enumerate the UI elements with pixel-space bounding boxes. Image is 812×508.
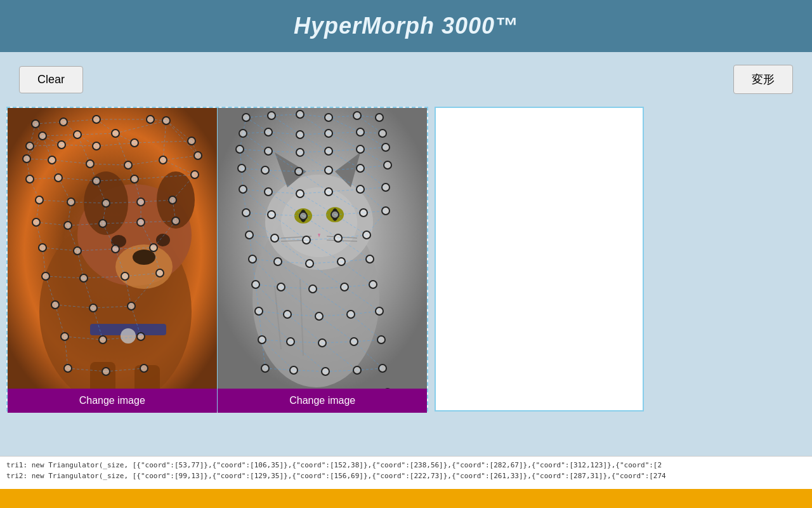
dog-cp-13[interactable] xyxy=(187,137,196,145)
cat-cp-50[interactable] xyxy=(340,283,349,291)
dog-cp-18[interactable] xyxy=(159,156,167,164)
cat-cp-13[interactable] xyxy=(235,145,244,154)
cat-cp-19[interactable] xyxy=(237,164,246,173)
cat-cp-38[interactable] xyxy=(270,234,279,243)
cat-cp-59[interactable] xyxy=(318,338,327,347)
cat-cp-65[interactable] xyxy=(353,366,362,375)
dog-cp-11[interactable] xyxy=(92,142,101,150)
cat-cp-45[interactable] xyxy=(337,257,346,266)
cat-cp-5[interactable] xyxy=(353,111,362,120)
dog-cp-4[interactable] xyxy=(146,115,155,124)
cat-cp-26[interactable] xyxy=(264,187,273,196)
cat-cp-40[interactable] xyxy=(334,234,343,243)
cat-cp-44[interactable] xyxy=(305,259,314,268)
cat-cp-31[interactable] xyxy=(242,208,251,217)
dog-cp-5[interactable] xyxy=(162,116,171,125)
dog-cp-1[interactable] xyxy=(31,119,40,128)
dog-cp-35[interactable] xyxy=(38,243,47,252)
cat-cp-39[interactable] xyxy=(302,236,311,244)
cat-cp-23[interactable] xyxy=(356,164,365,173)
cat-cp-47[interactable] xyxy=(251,280,260,289)
dog-cp-16[interactable] xyxy=(86,159,95,168)
dog-cp-49[interactable] xyxy=(63,364,72,373)
cat-cp-52[interactable] xyxy=(254,307,263,316)
dog-cp-9[interactable] xyxy=(25,142,34,150)
dog-cp-30[interactable] xyxy=(32,218,41,227)
dog-cp-45[interactable] xyxy=(127,302,136,311)
cat-cp-61[interactable] xyxy=(377,335,386,344)
dog-cp-42[interactable] xyxy=(155,269,164,277)
cat-cp-51[interactable] xyxy=(369,280,377,289)
dog-cp-20[interactable] xyxy=(25,175,34,184)
dog-cp-43[interactable] xyxy=(51,300,60,309)
cat-cp-2[interactable] xyxy=(267,111,276,120)
dog-cp-10[interactable] xyxy=(57,140,66,149)
dog-cp-2[interactable] xyxy=(59,117,68,126)
cat-cp-46[interactable] xyxy=(365,255,374,264)
cat-cp-64[interactable] xyxy=(321,367,330,376)
dog-cp-50[interactable] xyxy=(102,367,110,376)
cat-cp-3[interactable] xyxy=(296,110,304,119)
cat-cp-28[interactable] xyxy=(324,187,333,196)
cat-cp-57[interactable] xyxy=(258,335,266,344)
cat-cp-6[interactable] xyxy=(375,113,384,122)
cat-cp-37[interactable] xyxy=(245,231,254,239)
dog-cp-17[interactable] xyxy=(124,161,133,170)
cat-cp-56[interactable] xyxy=(375,307,384,316)
cat-cp-30[interactable] xyxy=(381,183,390,192)
cat-cp-60[interactable] xyxy=(350,337,358,346)
cat-cp-53[interactable] xyxy=(283,310,292,319)
cat-cp-1[interactable] xyxy=(242,113,251,122)
cat-cp-12[interactable] xyxy=(378,129,387,138)
cat-cp-25[interactable] xyxy=(239,185,247,194)
dog-cp-24[interactable] xyxy=(190,170,199,179)
dog-cp-14[interactable] xyxy=(22,154,31,163)
dog-cp-12[interactable] xyxy=(130,138,139,147)
dog-change-image-bar[interactable]: Change image xyxy=(8,389,217,413)
dog-cp-46[interactable] xyxy=(60,332,69,341)
cat-cp-27[interactable] xyxy=(296,189,304,198)
dog-cp-29[interactable] xyxy=(168,196,177,204)
cat-cp-34[interactable] xyxy=(331,210,339,219)
dog-cp-39[interactable] xyxy=(41,272,50,281)
cat-cp-11[interactable] xyxy=(356,128,365,137)
dog-cp-48[interactable] xyxy=(136,332,145,341)
dog-cp-40[interactable] xyxy=(79,274,88,283)
cat-cp-16[interactable] xyxy=(324,147,333,156)
dog-cp-28[interactable] xyxy=(136,197,145,206)
cat-cp-22[interactable] xyxy=(324,166,333,175)
dog-cp-34[interactable] xyxy=(171,217,180,225)
dog-cp-31[interactable] xyxy=(63,221,72,230)
dog-cp-33[interactable] xyxy=(136,218,145,227)
cat-cp-33[interactable] xyxy=(299,211,308,220)
cat-cp-58[interactable] xyxy=(286,337,295,346)
cat-cp-29[interactable] xyxy=(356,185,365,194)
dog-cp-15[interactable] xyxy=(48,156,56,164)
cat-cp-24[interactable] xyxy=(383,161,392,170)
cat-cp-35[interactable] xyxy=(359,208,368,217)
cat-cp-14[interactable] xyxy=(264,147,273,156)
cat-cp-54[interactable] xyxy=(315,312,324,321)
dog-cp-47[interactable] xyxy=(98,335,107,344)
cat-cp-10[interactable] xyxy=(324,129,333,138)
dog-cp-8[interactable] xyxy=(111,129,120,138)
dog-cp-6[interactable] xyxy=(38,131,47,140)
cat-cp-18[interactable] xyxy=(381,143,390,152)
cat-cp-15[interactable] xyxy=(296,148,304,157)
dog-cp-32[interactable] xyxy=(98,219,107,228)
cat-cp-62[interactable] xyxy=(261,364,270,373)
cat-cp-4[interactable] xyxy=(324,113,333,122)
cat-cp-48[interactable] xyxy=(277,283,285,291)
cat-cp-63[interactable] xyxy=(289,366,298,375)
dog-cp-37[interactable] xyxy=(111,244,120,253)
cat-cp-20[interactable] xyxy=(261,166,270,175)
cat-cp-9[interactable] xyxy=(296,130,304,139)
cat-cp-49[interactable] xyxy=(308,284,317,293)
dog-cp-19[interactable] xyxy=(193,151,202,160)
cat-cp-17[interactable] xyxy=(356,145,365,154)
dog-cp-44[interactable] xyxy=(89,304,98,312)
cat-cp-32[interactable] xyxy=(267,210,276,219)
dog-cp-36[interactable] xyxy=(73,246,82,255)
cat-cp-55[interactable] xyxy=(346,310,355,319)
cat-cp-41[interactable] xyxy=(362,231,371,239)
